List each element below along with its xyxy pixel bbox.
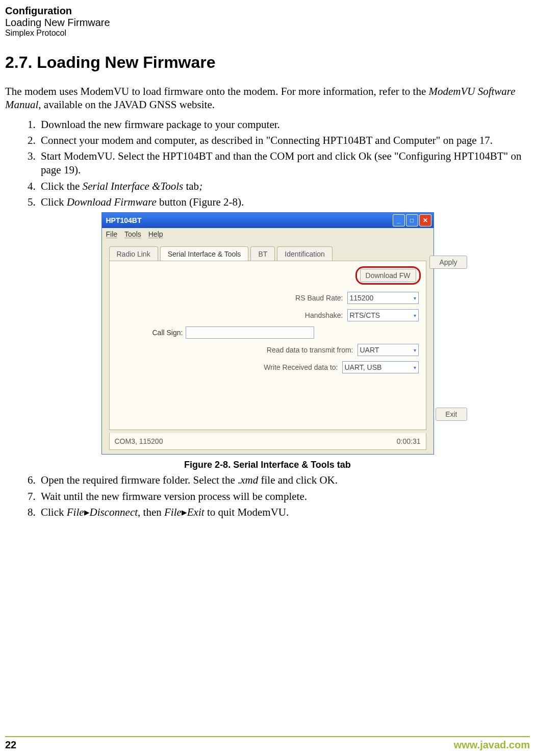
step-text: Click bbox=[41, 196, 67, 208]
step-italic: File bbox=[164, 506, 182, 518]
status-bar: COM3, 115200 0:00:31 bbox=[109, 433, 426, 450]
step-italic: Serial Interface &Tools bbox=[83, 180, 184, 192]
handshake-label: Handshake: bbox=[305, 311, 343, 319]
step-text: to quit ModemVU. bbox=[205, 506, 289, 518]
triangle-icon: ▸ bbox=[84, 506, 90, 518]
step-text: Wait until the new firmware version proc… bbox=[41, 490, 307, 502]
footer-url: www.javad.com bbox=[454, 739, 530, 751]
titlebar: HPT104BT _ □ ✕ bbox=[102, 213, 434, 228]
menu-tools[interactable]: Tools bbox=[124, 230, 141, 238]
baud-select[interactable]: 115200 ▾ bbox=[347, 292, 419, 304]
page-header: Configuration Loading New Firmware Simpl… bbox=[5, 5, 530, 38]
chevron-down-icon: ▾ bbox=[414, 313, 416, 318]
step-italic: Disconnect bbox=[90, 506, 138, 518]
baud-label: RS Baud Rate: bbox=[295, 294, 343, 302]
download-fw-button[interactable]: Download FW bbox=[360, 269, 416, 282]
step-italic: Download Firmware bbox=[67, 196, 157, 208]
step-text: file and click OK. bbox=[258, 474, 338, 486]
minimize-button[interactable]: _ bbox=[393, 214, 405, 226]
step-italic: Exit bbox=[187, 506, 205, 518]
header-line3: Simplex Protocol bbox=[5, 29, 530, 38]
chevron-down-icon: ▾ bbox=[414, 295, 416, 301]
step: Click the Serial Interface &Tools tab; bbox=[38, 180, 530, 193]
window-buttons: _ □ ✕ bbox=[393, 214, 431, 226]
handshake-value: RTS/CTS bbox=[350, 311, 380, 319]
status-right: 0:00:31 bbox=[397, 437, 421, 445]
chevron-down-icon: ▾ bbox=[414, 365, 416, 370]
chevron-down-icon: ▾ bbox=[414, 347, 416, 353]
step-text: Open the required firmware folder. Selec… bbox=[41, 474, 240, 486]
step-italic: xmd bbox=[240, 474, 258, 486]
download-highlight-oval: Download FW bbox=[355, 266, 421, 285]
write-value: UART, USB bbox=[345, 363, 382, 371]
menu-bar: File Tools Help bbox=[102, 228, 434, 240]
step: Connect your modem and computer, as desc… bbox=[38, 134, 530, 147]
page-footer: 22 www.javad.com bbox=[5, 736, 530, 751]
close-button[interactable]: ✕ bbox=[419, 214, 431, 226]
step-text: Download the new firmware package to you… bbox=[41, 118, 280, 131]
step-text: Click bbox=[41, 506, 67, 518]
section-heading: 2.7. Loading New Firmware bbox=[5, 53, 530, 72]
read-label: Read data to transmit from: bbox=[267, 346, 353, 354]
write-select[interactable]: UART, USB ▾ bbox=[342, 361, 419, 373]
step-text: Connect your modem and computer, as desc… bbox=[41, 134, 493, 146]
step: Click Download Firmware button (Figure 2… bbox=[38, 195, 530, 209]
exit-button[interactable]: Exit bbox=[436, 408, 467, 421]
callsign-input[interactable] bbox=[186, 326, 314, 339]
status-left: COM3, 115200 bbox=[115, 437, 163, 445]
intro-paragraph: The modem uses ModemVU to load firmware … bbox=[5, 85, 530, 112]
steps-list: Download the new firmware package to you… bbox=[5, 118, 530, 210]
tab-pane: Download FW RS Baud Rate: 115200 ▾ Hands… bbox=[109, 261, 426, 430]
step-text: , then bbox=[138, 506, 164, 518]
steps-list-2: Open the required firmware folder. Selec… bbox=[5, 473, 530, 519]
step-italic: File bbox=[67, 506, 84, 518]
menu-file[interactable]: File bbox=[106, 230, 118, 238]
header-line1: Configuration bbox=[5, 5, 530, 17]
tab-radio-link[interactable]: Radio Link bbox=[109, 246, 158, 261]
tab-serial[interactable]: Serial Interface & Tools bbox=[160, 246, 249, 261]
step: Download the new firmware package to you… bbox=[38, 118, 530, 132]
read-value: UART bbox=[360, 346, 379, 354]
intro-text: The modem uses ModemVU to load firmware … bbox=[5, 85, 428, 97]
triangle-icon: ▸ bbox=[182, 506, 187, 518]
menu-help[interactable]: Help bbox=[148, 230, 163, 238]
page-number: 22 bbox=[5, 739, 16, 751]
apply-button[interactable]: Apply bbox=[429, 256, 467, 269]
baud-value: 115200 bbox=[350, 294, 374, 302]
step-text: Click the bbox=[41, 180, 83, 192]
callsign-label: Call Sign: bbox=[152, 329, 183, 337]
step: Open the required firmware folder. Selec… bbox=[38, 473, 530, 487]
maximize-button[interactable]: □ bbox=[406, 214, 418, 226]
screenshot-window: HPT104BT _ □ ✕ File Tools Help Radio Lin… bbox=[101, 212, 434, 455]
step: Start ModemVU. Select the HPT104BT and t… bbox=[38, 149, 530, 178]
tabs: Radio Link Serial Interface & Tools BT I… bbox=[109, 246, 426, 261]
header-line2: Loading New Firmware bbox=[5, 17, 530, 29]
window-title: HPT104BT bbox=[106, 216, 142, 224]
handshake-select[interactable]: RTS/CTS ▾ bbox=[347, 309, 419, 321]
tab-identification[interactable]: Identification bbox=[277, 246, 333, 261]
step-text: button (Figure 2-8). bbox=[157, 196, 244, 208]
step-text: Start ModemVU. Select the HPT104BT and t… bbox=[41, 150, 521, 176]
intro-text-tail: , available on the JAVAD GNSS website. bbox=[38, 98, 215, 111]
step: Click File▸Disconnect, then File▸Exit to… bbox=[38, 506, 530, 519]
step-text: tab bbox=[183, 180, 199, 192]
client-area: Radio Link Serial Interface & Tools BT I… bbox=[102, 240, 434, 454]
write-label: Write Received data to: bbox=[264, 363, 338, 371]
figure-caption: Figure 2-8. Serial Interface & Tools tab bbox=[5, 460, 530, 470]
tab-bt[interactable]: BT bbox=[250, 246, 275, 261]
step: Wait until the new firmware version proc… bbox=[38, 490, 530, 503]
read-select[interactable]: UART ▾ bbox=[358, 344, 419, 356]
step-italic: ; bbox=[199, 180, 202, 192]
